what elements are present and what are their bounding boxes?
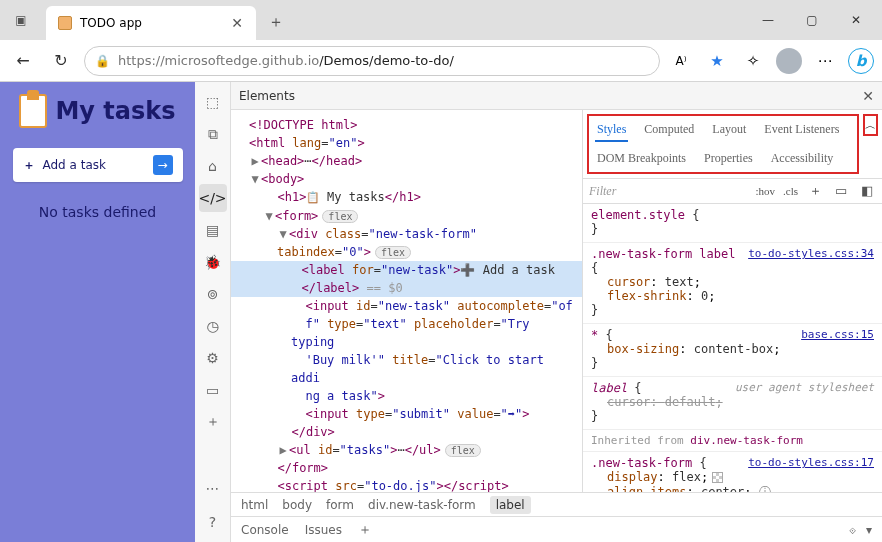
styles-sidebar: Styles Computed Layout Event Listeners D… xyxy=(582,110,882,492)
computed-sidebar-icon[interactable]: ◧ xyxy=(858,183,876,199)
address-bar[interactable]: 🔒 https://microsoftedge.github.io/Demos/… xyxy=(84,46,660,76)
url-text: https://microsoftedge.github.io/Demos/de… xyxy=(118,53,454,68)
tab-actions-icon[interactable]: ▣ xyxy=(4,13,38,27)
device-toolbar-icon[interactable]: ▭ xyxy=(832,183,850,199)
drawer: Console Issues ＋ ⟐ ▾ xyxy=(231,516,882,542)
welcome-icon[interactable]: ⌂ xyxy=(199,152,227,180)
browser-titlebar: ▣ TODO app ✕ ＋ — ▢ ✕ xyxy=(0,0,882,40)
crumb[interactable]: form xyxy=(326,498,354,512)
source-link[interactable]: to-do-styles.css:17 xyxy=(748,456,874,469)
browser-toolbar: ← ↻ 🔒 https://microsoftedge.github.io/De… xyxy=(0,40,882,82)
bing-icon[interactable]: b xyxy=(848,48,874,74)
add-task-button[interactable]: ＋ Add a task → xyxy=(13,148,183,182)
console-tool-icon[interactable]: ▤ xyxy=(199,216,227,244)
more-tools-icon[interactable]: ⋯ xyxy=(199,474,227,502)
drawer-tab-console[interactable]: Console xyxy=(241,523,289,537)
memory-tool-icon[interactable]: ⚙ xyxy=(199,344,227,372)
minimize-button[interactable]: — xyxy=(746,4,790,36)
source-link[interactable]: to-do-styles.css:34 xyxy=(748,247,874,260)
tab-dom-breakpoints[interactable]: DOM Breakpoints xyxy=(595,148,688,169)
styles-filter-bar: Filter :hov .cls ＋ ▭ ◧ xyxy=(583,178,882,204)
tab-styles[interactable]: Styles xyxy=(595,119,628,142)
inspect-icon[interactable]: ⬚ xyxy=(199,88,227,116)
favorite-icon[interactable]: ★ xyxy=(704,48,730,74)
read-aloud-icon[interactable]: A⁾ xyxy=(668,48,694,74)
drawer-issues-icon[interactable]: ⟐ xyxy=(849,523,856,537)
help-icon[interactable]: ? xyxy=(199,508,227,536)
panel-title: Elements xyxy=(239,89,295,103)
favicon-icon xyxy=(58,16,72,30)
back-button[interactable]: ← xyxy=(8,46,38,76)
close-devtools-icon[interactable]: ✕ xyxy=(862,88,874,104)
add-drawer-tab-icon[interactable]: ＋ xyxy=(358,521,372,539)
crumb-active[interactable]: label xyxy=(490,496,531,514)
devtools: ⬚ ⧉ ⌂ </> ▤ 🐞 ⊚ ◷ ⚙ ▭ ＋ ⋯ ? Elements ✕ xyxy=(195,82,882,542)
css-rules[interactable]: element.style { } to-do-styles.css:34 .n… xyxy=(583,204,882,492)
plus-icon: ＋ xyxy=(23,157,35,174)
panel-header: Elements ✕ xyxy=(231,82,882,110)
activity-bar: ⬚ ⧉ ⌂ </> ▤ 🐞 ⊚ ◷ ⚙ ▭ ＋ ⋯ ? xyxy=(195,82,231,542)
submit-icon[interactable]: → xyxy=(153,155,173,175)
tab-layout[interactable]: Layout xyxy=(710,119,748,142)
lock-icon: 🔒 xyxy=(95,54,110,68)
clipboard-icon xyxy=(19,94,47,128)
add-task-label: Add a task xyxy=(43,158,145,172)
browser-tab[interactable]: TODO app ✕ xyxy=(46,6,256,40)
rendered-page: My tasks ＋ Add a task → No tasks defined xyxy=(0,82,195,542)
tab-title: TODO app xyxy=(80,16,222,30)
tab-accessibility[interactable]: Accessibility xyxy=(769,148,836,169)
profile-avatar[interactable] xyxy=(776,48,802,74)
tab-properties[interactable]: Properties xyxy=(702,148,755,169)
selected-dom-node[interactable]: <label for="new-task">➕ Add a task </lab… xyxy=(231,261,582,297)
close-tab-icon[interactable]: ✕ xyxy=(230,16,244,30)
maximize-button[interactable]: ▢ xyxy=(790,4,834,36)
add-tool-icon[interactable]: ＋ xyxy=(199,408,227,436)
close-window-button[interactable]: ✕ xyxy=(834,4,878,36)
tab-computed[interactable]: Computed xyxy=(642,119,696,142)
collections-icon[interactable]: ✧ xyxy=(740,48,766,74)
sources-tool-icon[interactable]: 🐞 xyxy=(199,248,227,276)
source-link[interactable]: base.css:15 xyxy=(801,328,874,341)
empty-message: No tasks defined xyxy=(39,204,156,220)
performance-tool-icon[interactable]: ◷ xyxy=(199,312,227,340)
cls-toggle[interactable]: .cls xyxy=(783,185,798,197)
drawer-collapse-icon[interactable]: ▾ xyxy=(866,523,872,537)
filter-input[interactable]: Filter xyxy=(589,184,747,199)
new-tab-button[interactable]: ＋ xyxy=(262,8,290,36)
elements-tool-icon[interactable]: </> xyxy=(199,184,227,212)
crumb[interactable]: div.new-task-form xyxy=(368,498,476,512)
drawer-tab-issues[interactable]: Issues xyxy=(305,523,342,537)
refresh-button[interactable]: ↻ xyxy=(46,46,76,76)
device-icon[interactable]: ⧉ xyxy=(199,120,227,148)
crumb[interactable]: html xyxy=(241,498,268,512)
dom-tree[interactable]: <!DOCTYPE html> <html lang="en"> ▶<head>… xyxy=(231,110,582,492)
application-tool-icon[interactable]: ▭ xyxy=(199,376,227,404)
tab-event-listeners[interactable]: Event Listeners xyxy=(762,119,841,142)
crumb[interactable]: body xyxy=(282,498,312,512)
page-title: My tasks xyxy=(55,97,175,125)
sidebar-tabs-highlight: Styles Computed Layout Event Listeners D… xyxy=(587,114,859,174)
more-icon[interactable]: ⋯ xyxy=(812,48,838,74)
breadcrumb[interactable]: html body form div.new-task-form label xyxy=(231,492,882,516)
network-tool-icon[interactable]: ⊚ xyxy=(199,280,227,308)
hov-toggle[interactable]: :hov xyxy=(755,185,775,197)
expand-sidebar-icon[interactable]: ︿ xyxy=(863,114,878,136)
new-style-rule-icon[interactable]: ＋ xyxy=(806,182,824,200)
